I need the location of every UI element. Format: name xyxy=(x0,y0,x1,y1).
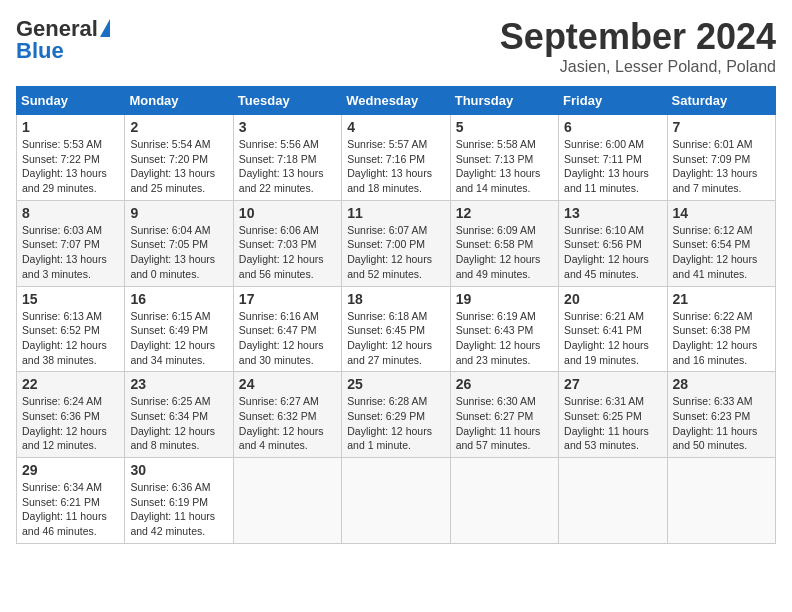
weekday-saturday: Saturday xyxy=(667,87,775,115)
day-info: Sunrise: 6:01 AM Sunset: 7:09 PM Dayligh… xyxy=(673,137,770,196)
day-info: Sunrise: 6:12 AM Sunset: 6:54 PM Dayligh… xyxy=(673,223,770,282)
day-number: 13 xyxy=(564,205,661,221)
month-title: September 2024 xyxy=(500,16,776,58)
day-number: 9 xyxy=(130,205,227,221)
day-info: Sunrise: 6:21 AM Sunset: 6:41 PM Dayligh… xyxy=(564,309,661,368)
day-number: 18 xyxy=(347,291,444,307)
day-number: 20 xyxy=(564,291,661,307)
day-info: Sunrise: 6:34 AM Sunset: 6:21 PM Dayligh… xyxy=(22,480,119,539)
calendar-cell: 5Sunrise: 5:58 AM Sunset: 7:13 PM Daylig… xyxy=(450,115,558,201)
calendar-cell: 14Sunrise: 6:12 AM Sunset: 6:54 PM Dayli… xyxy=(667,200,775,286)
logo: General Blue xyxy=(16,16,110,64)
calendar-cell: 3Sunrise: 5:56 AM Sunset: 7:18 PM Daylig… xyxy=(233,115,341,201)
calendar-body: 1Sunrise: 5:53 AM Sunset: 7:22 PM Daylig… xyxy=(17,115,776,544)
weekday-monday: Monday xyxy=(125,87,233,115)
day-number: 12 xyxy=(456,205,553,221)
day-number: 8 xyxy=(22,205,119,221)
day-number: 6 xyxy=(564,119,661,135)
calendar-cell: 19Sunrise: 6:19 AM Sunset: 6:43 PM Dayli… xyxy=(450,286,558,372)
calendar-cell: 21Sunrise: 6:22 AM Sunset: 6:38 PM Dayli… xyxy=(667,286,775,372)
day-info: Sunrise: 5:58 AM Sunset: 7:13 PM Dayligh… xyxy=(456,137,553,196)
day-number: 26 xyxy=(456,376,553,392)
day-number: 27 xyxy=(564,376,661,392)
calendar-cell: 27Sunrise: 6:31 AM Sunset: 6:25 PM Dayli… xyxy=(559,372,667,458)
day-number: 17 xyxy=(239,291,336,307)
calendar-table: SundayMondayTuesdayWednesdayThursdayFrid… xyxy=(16,86,776,544)
calendar-cell: 23Sunrise: 6:25 AM Sunset: 6:34 PM Dayli… xyxy=(125,372,233,458)
day-info: Sunrise: 6:18 AM Sunset: 6:45 PM Dayligh… xyxy=(347,309,444,368)
day-info: Sunrise: 6:09 AM Sunset: 6:58 PM Dayligh… xyxy=(456,223,553,282)
day-info: Sunrise: 6:27 AM Sunset: 6:32 PM Dayligh… xyxy=(239,394,336,453)
calendar-cell xyxy=(450,458,558,544)
weekday-header-row: SundayMondayTuesdayWednesdayThursdayFrid… xyxy=(17,87,776,115)
calendar-cell: 9Sunrise: 6:04 AM Sunset: 7:05 PM Daylig… xyxy=(125,200,233,286)
calendar-cell: 25Sunrise: 6:28 AM Sunset: 6:29 PM Dayli… xyxy=(342,372,450,458)
day-info: Sunrise: 6:36 AM Sunset: 6:19 PM Dayligh… xyxy=(130,480,227,539)
calendar-cell: 4Sunrise: 5:57 AM Sunset: 7:16 PM Daylig… xyxy=(342,115,450,201)
day-info: Sunrise: 5:56 AM Sunset: 7:18 PM Dayligh… xyxy=(239,137,336,196)
day-number: 1 xyxy=(22,119,119,135)
calendar-cell xyxy=(559,458,667,544)
calendar-cell: 29Sunrise: 6:34 AM Sunset: 6:21 PM Dayli… xyxy=(17,458,125,544)
calendar-cell: 13Sunrise: 6:10 AM Sunset: 6:56 PM Dayli… xyxy=(559,200,667,286)
weekday-thursday: Thursday xyxy=(450,87,558,115)
day-info: Sunrise: 6:13 AM Sunset: 6:52 PM Dayligh… xyxy=(22,309,119,368)
day-info: Sunrise: 6:03 AM Sunset: 7:07 PM Dayligh… xyxy=(22,223,119,282)
calendar-cell: 7Sunrise: 6:01 AM Sunset: 7:09 PM Daylig… xyxy=(667,115,775,201)
calendar-cell: 15Sunrise: 6:13 AM Sunset: 6:52 PM Dayli… xyxy=(17,286,125,372)
day-number: 24 xyxy=(239,376,336,392)
day-info: Sunrise: 6:00 AM Sunset: 7:11 PM Dayligh… xyxy=(564,137,661,196)
week-row-5: 29Sunrise: 6:34 AM Sunset: 6:21 PM Dayli… xyxy=(17,458,776,544)
day-number: 14 xyxy=(673,205,770,221)
day-info: Sunrise: 6:04 AM Sunset: 7:05 PM Dayligh… xyxy=(130,223,227,282)
day-number: 4 xyxy=(347,119,444,135)
day-info: Sunrise: 5:54 AM Sunset: 7:20 PM Dayligh… xyxy=(130,137,227,196)
header: General Blue September 2024 Jasien, Less… xyxy=(16,16,776,76)
day-number: 23 xyxy=(130,376,227,392)
weekday-wednesday: Wednesday xyxy=(342,87,450,115)
day-number: 19 xyxy=(456,291,553,307)
week-row-2: 8Sunrise: 6:03 AM Sunset: 7:07 PM Daylig… xyxy=(17,200,776,286)
location: Jasien, Lesser Poland, Poland xyxy=(500,58,776,76)
logo-triangle-icon xyxy=(100,19,110,37)
calendar-cell: 22Sunrise: 6:24 AM Sunset: 6:36 PM Dayli… xyxy=(17,372,125,458)
day-number: 25 xyxy=(347,376,444,392)
calendar-cell: 17Sunrise: 6:16 AM Sunset: 6:47 PM Dayli… xyxy=(233,286,341,372)
day-info: Sunrise: 6:33 AM Sunset: 6:23 PM Dayligh… xyxy=(673,394,770,453)
day-info: Sunrise: 6:06 AM Sunset: 7:03 PM Dayligh… xyxy=(239,223,336,282)
calendar-cell: 24Sunrise: 6:27 AM Sunset: 6:32 PM Dayli… xyxy=(233,372,341,458)
week-row-4: 22Sunrise: 6:24 AM Sunset: 6:36 PM Dayli… xyxy=(17,372,776,458)
day-number: 3 xyxy=(239,119,336,135)
calendar-cell xyxy=(233,458,341,544)
day-info: Sunrise: 6:15 AM Sunset: 6:49 PM Dayligh… xyxy=(130,309,227,368)
calendar-cell: 8Sunrise: 6:03 AM Sunset: 7:07 PM Daylig… xyxy=(17,200,125,286)
day-number: 7 xyxy=(673,119,770,135)
calendar-cell: 18Sunrise: 6:18 AM Sunset: 6:45 PM Dayli… xyxy=(342,286,450,372)
calendar-cell: 11Sunrise: 6:07 AM Sunset: 7:00 PM Dayli… xyxy=(342,200,450,286)
calendar-cell: 1Sunrise: 5:53 AM Sunset: 7:22 PM Daylig… xyxy=(17,115,125,201)
weekday-tuesday: Tuesday xyxy=(233,87,341,115)
weekday-sunday: Sunday xyxy=(17,87,125,115)
calendar-cell: 10Sunrise: 6:06 AM Sunset: 7:03 PM Dayli… xyxy=(233,200,341,286)
day-info: Sunrise: 6:28 AM Sunset: 6:29 PM Dayligh… xyxy=(347,394,444,453)
day-number: 5 xyxy=(456,119,553,135)
calendar-cell xyxy=(667,458,775,544)
calendar-cell: 2Sunrise: 5:54 AM Sunset: 7:20 PM Daylig… xyxy=(125,115,233,201)
day-number: 22 xyxy=(22,376,119,392)
week-row-3: 15Sunrise: 6:13 AM Sunset: 6:52 PM Dayli… xyxy=(17,286,776,372)
title-area: September 2024 Jasien, Lesser Poland, Po… xyxy=(500,16,776,76)
day-number: 28 xyxy=(673,376,770,392)
calendar-cell: 28Sunrise: 6:33 AM Sunset: 6:23 PM Dayli… xyxy=(667,372,775,458)
week-row-1: 1Sunrise: 5:53 AM Sunset: 7:22 PM Daylig… xyxy=(17,115,776,201)
day-number: 29 xyxy=(22,462,119,478)
calendar-cell: 26Sunrise: 6:30 AM Sunset: 6:27 PM Dayli… xyxy=(450,372,558,458)
weekday-friday: Friday xyxy=(559,87,667,115)
day-number: 16 xyxy=(130,291,227,307)
day-number: 2 xyxy=(130,119,227,135)
calendar-cell: 12Sunrise: 6:09 AM Sunset: 6:58 PM Dayli… xyxy=(450,200,558,286)
day-info: Sunrise: 6:31 AM Sunset: 6:25 PM Dayligh… xyxy=(564,394,661,453)
logo-blue: Blue xyxy=(16,38,64,64)
day-number: 15 xyxy=(22,291,119,307)
day-info: Sunrise: 6:10 AM Sunset: 6:56 PM Dayligh… xyxy=(564,223,661,282)
day-info: Sunrise: 6:07 AM Sunset: 7:00 PM Dayligh… xyxy=(347,223,444,282)
